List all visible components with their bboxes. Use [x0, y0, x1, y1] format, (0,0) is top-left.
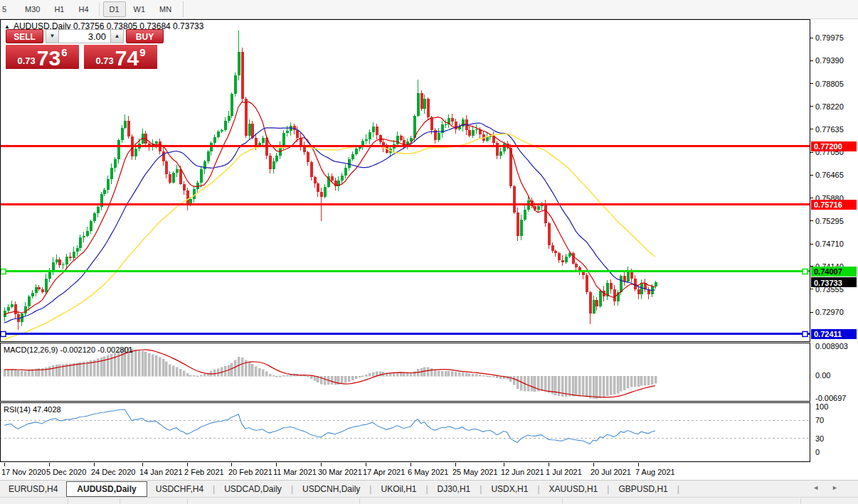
price-label-text: 0.74007 [814, 267, 842, 276]
timeframe-button-h1[interactable]: H1 [48, 1, 70, 17]
timeframe-button-m30[interactable]: M30 [18, 1, 46, 17]
candle-body [224, 121, 227, 130]
line-handle[interactable] [1, 269, 6, 274]
tab-usdchf-h4[interactable]: USDCHF,H4 [147, 482, 212, 496]
candle-body [272, 161, 275, 169]
macd-bar [606, 376, 608, 396]
candle-body [234, 75, 237, 94]
candle-body [83, 236, 85, 237]
volume-decrease-button[interactable]: ▼ [46, 29, 59, 43]
tab-xauusd-h1[interactable]: XAUUSD,H1 [541, 482, 607, 496]
candle-body [396, 136, 399, 144]
candle-body [554, 251, 557, 253]
candle-body [93, 213, 96, 222]
buy-button[interactable]: BUY [126, 29, 164, 43]
candle-body [262, 138, 265, 143]
price-axis-label: 0.76465 [815, 171, 844, 179]
macd-bar [258, 368, 260, 376]
candle-body [334, 181, 337, 186]
timeframe-button-mn[interactable]: MN [153, 1, 178, 17]
candle-body [228, 116, 231, 121]
macd-bar [647, 376, 650, 385]
tab-usdx-h1[interactable]: USDX,H1 [482, 482, 536, 496]
timeframe-button-5[interactable]: 5 [0, 1, 17, 17]
line-handle[interactable] [803, 331, 807, 336]
price-axis-label: 0.75295 [815, 217, 844, 225]
candle-body [258, 143, 261, 146]
candle-body [117, 140, 120, 159]
timeframe-button-h4[interactable]: H4 [72, 1, 95, 17]
ma-line-45 [4, 134, 655, 340]
candle-body [45, 279, 48, 292]
macd-bar [627, 376, 629, 388]
macd-bar [513, 376, 515, 385]
tab-audusd-daily[interactable]: AUDUSD,Daily [66, 481, 147, 497]
time-axis-label: 30 Mar 2021 [318, 468, 362, 476]
candle-body [593, 300, 595, 313]
volume-input[interactable] [59, 29, 110, 43]
timeframe-button-d1[interactable]: D1 [103, 1, 126, 17]
chart-tab-bar: EURUSD,H4AUDUSD,DailyUSDCHF,H4|USDCAD,Da… [0, 480, 858, 498]
candle-body [121, 128, 124, 141]
macd-bar [447, 371, 450, 376]
candle-body [62, 264, 65, 265]
macd-bar [138, 350, 140, 376]
candle-body [589, 292, 592, 313]
tab-usdcnh-daily[interactable]: USDCNH,Daily [294, 482, 369, 496]
macd-bar [472, 374, 474, 376]
macd-bar [644, 376, 646, 385]
macd-bar [509, 376, 512, 382]
time-axis-label: 17 Apr 2021 [363, 468, 405, 476]
tab-ukoil-h1[interactable]: UKOil,H1 [372, 482, 425, 496]
sell-price-display[interactable]: 0.73 73 6 [6, 45, 79, 69]
buy-price-display[interactable]: 0.73 74 9 [84, 45, 157, 69]
rsi-axis-label: 30 [815, 434, 824, 443]
macd-bar [162, 359, 164, 376]
tab-scroll-arrows[interactable]: ◄► [812, 484, 851, 491]
macd-bar [24, 371, 26, 376]
macd-bar [76, 363, 78, 376]
timeframe-button-w1[interactable]: W1 [127, 1, 152, 17]
macd-bar [58, 365, 60, 376]
sell-button[interactable]: SELL [6, 29, 43, 43]
candle-body [38, 287, 41, 289]
macd-bar [165, 362, 167, 376]
macd-bar [14, 370, 16, 376]
tab-gbpusd-h1[interactable]: GBPUSD,H1 [610, 482, 676, 496]
macd-bar [142, 351, 144, 376]
status-separator [800, 498, 801, 504]
candle-body [582, 272, 585, 274]
candle-body [637, 289, 640, 295]
line-handle[interactable] [1, 331, 6, 336]
time-axis-label: 5 Dec 2020 [46, 468, 86, 476]
volume-increase-button[interactable]: ▲ [110, 29, 124, 43]
candle-body [496, 143, 499, 156]
macd-bar [324, 376, 326, 385]
tab-usdcad-daily[interactable]: USDCAD,Daily [216, 482, 290, 496]
candle-body [417, 93, 420, 116]
line-handle[interactable] [803, 269, 807, 274]
macd-bar [272, 375, 275, 376]
macd-bar [155, 355, 157, 376]
candle-body [114, 159, 117, 168]
chart-canvas[interactable]: 0.799750.793900.788050.782200.776350.770… [0, 19, 858, 480]
candle-body [413, 116, 416, 138]
candle-body [90, 221, 92, 231]
candle-body [41, 289, 44, 292]
candle-body [79, 237, 82, 248]
macd-bar [372, 372, 374, 376]
macd-bar [11, 369, 13, 376]
tab-eurusd-h4[interactable]: EURUSD,H4 [0, 482, 66, 496]
candle-body [468, 130, 471, 135]
status-separator [120, 498, 120, 504]
candle-body [200, 169, 203, 183]
candle-body [548, 223, 551, 245]
time-axis-label: 20 Feb 2021 [228, 468, 272, 476]
macd-bar [114, 353, 116, 376]
macd-bar [269, 374, 271, 376]
candle-body [7, 307, 10, 311]
macd-bar [28, 370, 30, 376]
candle-body [169, 174, 171, 183]
candle-body [351, 154, 354, 159]
tab-dj30-h1[interactable]: DJ30,H1 [429, 482, 480, 496]
